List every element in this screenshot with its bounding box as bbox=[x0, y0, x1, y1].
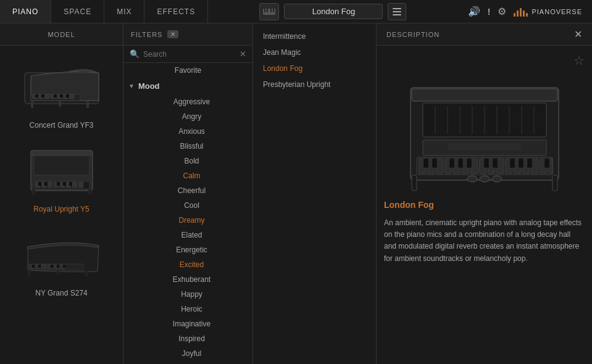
filter-item-blissful[interactable]: Blissful bbox=[123, 139, 252, 154]
svg-rect-50 bbox=[51, 265, 53, 268]
result-item-intermittence[interactable]: Intermittence bbox=[253, 28, 376, 44]
model-name: Concert Grand YF3 bbox=[30, 121, 94, 130]
search-clear-button[interactable]: ✕ bbox=[240, 49, 246, 59]
model-panel: MODEL bbox=[0, 23, 123, 364]
filter-section-mood[interactable]: ▼ Mood bbox=[123, 78, 252, 94]
svg-rect-6 bbox=[31, 101, 33, 108]
svg-rect-38 bbox=[69, 182, 72, 186]
alert-icon[interactable]: ! bbox=[488, 7, 491, 17]
svg-rect-96 bbox=[527, 159, 532, 168]
svg-rect-54 bbox=[85, 270, 88, 276]
filter-item-energetic[interactable]: Energetic bbox=[123, 242, 252, 257]
filter-item-lively[interactable]: Lively bbox=[123, 361, 252, 364]
description-content: ☆ bbox=[377, 46, 592, 364]
svg-rect-39 bbox=[32, 189, 35, 195]
description-title: London Fog bbox=[384, 200, 585, 210]
filters-clear-button[interactable]: ✕ bbox=[167, 30, 178, 38]
svg-rect-51 bbox=[57, 265, 59, 268]
svg-rect-87 bbox=[423, 159, 428, 168]
filter-item-anxious[interactable]: Anxious bbox=[123, 124, 252, 139]
svg-rect-12 bbox=[44, 94, 49, 99]
model-item[interactable]: NY Grand S274 bbox=[0, 218, 123, 302]
svg-rect-89 bbox=[449, 159, 454, 168]
filter-item-elated[interactable]: Elated bbox=[123, 228, 252, 242]
filter-item-imaginative[interactable]: Imaginative bbox=[123, 316, 252, 331]
results-panel: Intermittence Jean Magic London Fog Pres… bbox=[253, 23, 377, 364]
speaker-icon[interactable]: 🔊 bbox=[468, 6, 480, 17]
svg-rect-33 bbox=[78, 182, 83, 188]
svg-rect-28 bbox=[48, 182, 52, 188]
svg-rect-20 bbox=[60, 94, 63, 97]
svg-rect-2 bbox=[267, 9, 268, 12]
top-nav: PIANO SPACE MIX EFFECTS London Fog 🔊 ! ⚙ bbox=[0, 0, 592, 23]
svg-rect-44 bbox=[41, 265, 46, 269]
svg-rect-18 bbox=[41, 94, 44, 97]
filter-item-cool[interactable]: Cool bbox=[123, 198, 252, 213]
model-thumbnail bbox=[12, 56, 111, 117]
svg-rect-69 bbox=[448, 143, 522, 151]
result-item-london-fog[interactable]: London Fog bbox=[253, 60, 376, 77]
svg-rect-40 bbox=[88, 189, 91, 195]
svg-point-99 bbox=[480, 176, 490, 182]
filter-item-joyful[interactable]: Joyful bbox=[123, 346, 252, 361]
description-close-button[interactable]: ✕ bbox=[574, 28, 582, 40]
svg-rect-53 bbox=[28, 270, 30, 276]
preset-menu-button[interactable] bbox=[388, 3, 406, 20]
filter-item-bold[interactable]: Bold bbox=[123, 154, 252, 168]
model-item[interactable]: Concert Grand YF3 bbox=[0, 51, 123, 134]
svg-rect-23 bbox=[34, 154, 90, 175]
filter-favorite[interactable]: Favorite bbox=[123, 63, 252, 78]
preset-thumbnail bbox=[259, 3, 279, 20]
svg-rect-16 bbox=[69, 94, 74, 99]
filter-search-input[interactable] bbox=[143, 50, 236, 59]
filter-item-heroic[interactable]: Heroic bbox=[123, 302, 252, 316]
svg-rect-48 bbox=[32, 265, 35, 268]
result-item-presbyterian-upright[interactable]: Presbyterian Upright bbox=[253, 77, 376, 93]
svg-rect-57 bbox=[412, 89, 557, 101]
model-item[interactable]: Royal Upright Y5 bbox=[0, 134, 123, 218]
svg-rect-21 bbox=[66, 94, 69, 97]
filter-item-cheerful[interactable]: Cheerful bbox=[123, 183, 252, 198]
svg-rect-17 bbox=[35, 94, 38, 97]
brand-bars-icon bbox=[514, 7, 528, 17]
settings-icon[interactable]: ⚙ bbox=[498, 6, 506, 17]
svg-rect-49 bbox=[38, 265, 41, 268]
svg-rect-4 bbox=[273, 9, 274, 12]
filter-item-excited[interactable]: Excited bbox=[123, 257, 252, 272]
svg-rect-35 bbox=[44, 182, 48, 186]
filter-item-angry[interactable]: Angry bbox=[123, 109, 252, 124]
svg-rect-7 bbox=[86, 101, 89, 108]
svg-point-100 bbox=[492, 176, 502, 182]
model-name: Royal Upright Y5 bbox=[33, 205, 90, 213]
filter-item-calm[interactable]: Calm bbox=[123, 168, 252, 183]
favorite-star-button[interactable]: ☆ bbox=[573, 53, 585, 68]
nav-tab-piano[interactable]: PIANO bbox=[0, 0, 51, 23]
svg-rect-36 bbox=[57, 182, 60, 186]
filters-header: FILTERS ✕ bbox=[123, 23, 252, 46]
model-thumbnail bbox=[12, 139, 111, 201]
filter-list: Favorite ▼ Mood Aggressive Angry Anxious… bbox=[123, 63, 252, 364]
svg-rect-19 bbox=[54, 94, 57, 97]
filter-item-happy[interactable]: Happy bbox=[123, 287, 252, 302]
nav-tab-effects[interactable]: EFFECTS bbox=[144, 0, 208, 23]
result-item-jean-magic[interactable]: Jean Magic bbox=[253, 44, 376, 60]
concert-grand-svg bbox=[19, 60, 105, 113]
svg-rect-24 bbox=[32, 151, 91, 155]
filter-item-inspired[interactable]: Inspired bbox=[123, 331, 252, 346]
svg-rect-94 bbox=[510, 159, 515, 168]
svg-rect-8 bbox=[59, 101, 61, 107]
description-body-text: An ambient, cinematic upright piano with… bbox=[384, 217, 585, 265]
favorite-row: ☆ bbox=[384, 53, 585, 68]
nav-tab-mix[interactable]: MIX bbox=[104, 0, 144, 23]
description-panel: DESCRIPTION ✕ ☆ bbox=[377, 23, 592, 364]
svg-rect-91 bbox=[467, 159, 472, 168]
model-thumbnail bbox=[12, 223, 111, 285]
filter-item-exhuberant[interactable]: Exhuberant bbox=[123, 272, 252, 287]
nav-center: London Fog bbox=[208, 3, 458, 20]
svg-rect-93 bbox=[493, 159, 498, 168]
filter-item-dreamy[interactable]: Dreamy bbox=[123, 213, 252, 228]
filter-item-aggressive[interactable]: Aggressive bbox=[123, 94, 252, 109]
nav-right-icons: 🔊 ! ⚙ PIANOVERSE bbox=[458, 6, 592, 17]
nav-tab-space[interactable]: SPACE bbox=[51, 0, 104, 23]
main-content: MODEL bbox=[0, 23, 592, 364]
